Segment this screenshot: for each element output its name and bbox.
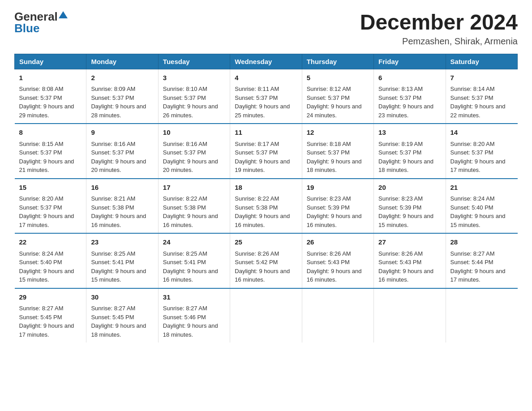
day-number: 14	[450, 128, 513, 138]
day-number: 6	[378, 73, 441, 83]
day-cell: 14Sunrise: 8:20 AMSunset: 5:37 PMDayligh…	[446, 124, 517, 179]
day-info: Sunrise: 8:23 AMSunset: 5:39 PMDaylight:…	[378, 195, 433, 228]
logo-triangle-icon	[59, 11, 68, 18]
day-cell: 6Sunrise: 8:13 AMSunset: 5:37 PMDaylight…	[374, 69, 446, 124]
day-cell: 7Sunrise: 8:14 AMSunset: 5:37 PMDaylight…	[446, 69, 517, 124]
day-info: Sunrise: 8:16 AMSunset: 5:37 PMDaylight:…	[91, 141, 146, 174]
day-number: 21	[450, 183, 513, 193]
day-cell: 28Sunrise: 8:27 AMSunset: 5:44 PMDayligh…	[446, 233, 517, 288]
day-number: 3	[163, 73, 225, 83]
day-cell: 20Sunrise: 8:23 AMSunset: 5:39 PMDayligh…	[374, 179, 446, 234]
day-number: 1	[19, 73, 82, 83]
day-info: Sunrise: 8:10 AMSunset: 5:37 PMDaylight:…	[163, 86, 218, 119]
day-cell: 13Sunrise: 8:19 AMSunset: 5:37 PMDayligh…	[374, 124, 446, 179]
day-number: 5	[307, 73, 369, 83]
day-number: 12	[307, 128, 369, 138]
day-cell: 31Sunrise: 8:27 AMSunset: 5:46 PMDayligh…	[158, 288, 230, 343]
day-number: 11	[235, 128, 297, 138]
day-number: 28	[450, 237, 513, 248]
day-cell: 22Sunrise: 8:24 AMSunset: 5:40 PMDayligh…	[15, 233, 86, 288]
day-cell: 23Sunrise: 8:25 AMSunset: 5:41 PMDayligh…	[86, 233, 158, 288]
week-row-3: 15Sunrise: 8:20 AMSunset: 5:37 PMDayligh…	[15, 179, 518, 234]
day-info: Sunrise: 8:27 AMSunset: 5:46 PMDaylight:…	[163, 305, 218, 338]
day-info: Sunrise: 8:11 AMSunset: 5:37 PMDaylight:…	[235, 86, 290, 119]
day-info: Sunrise: 8:25 AMSunset: 5:41 PMDaylight:…	[163, 250, 218, 283]
day-number: 4	[235, 73, 297, 83]
day-info: Sunrise: 8:09 AMSunset: 5:37 PMDaylight:…	[91, 86, 146, 119]
day-number: 10	[163, 128, 225, 138]
day-info: Sunrise: 8:21 AMSunset: 5:38 PMDaylight:…	[91, 195, 146, 228]
page-title: December 2024	[360, 11, 518, 34]
day-info: Sunrise: 8:22 AMSunset: 5:38 PMDaylight:…	[235, 195, 290, 228]
day-cell: 2Sunrise: 8:09 AMSunset: 5:37 PMDaylight…	[86, 69, 158, 124]
day-cell: 16Sunrise: 8:21 AMSunset: 5:38 PMDayligh…	[86, 179, 158, 234]
day-info: Sunrise: 8:12 AMSunset: 5:37 PMDaylight:…	[307, 86, 362, 119]
week-row-5: 29Sunrise: 8:27 AMSunset: 5:45 PMDayligh…	[15, 288, 518, 343]
day-number: 13	[378, 128, 441, 138]
day-number: 7	[450, 73, 513, 83]
day-cell: 3Sunrise: 8:10 AMSunset: 5:37 PMDaylight…	[158, 69, 230, 124]
day-number: 20	[378, 183, 441, 193]
day-info: Sunrise: 8:26 AMSunset: 5:42 PMDaylight:…	[235, 250, 290, 283]
day-cell: 19Sunrise: 8:23 AMSunset: 5:39 PMDayligh…	[302, 179, 373, 234]
day-number: 25	[235, 237, 297, 248]
day-cell	[374, 288, 446, 343]
col-header-tuesday: Tuesday	[158, 54, 230, 69]
day-number: 23	[91, 237, 153, 248]
day-info: Sunrise: 8:22 AMSunset: 5:38 PMDaylight:…	[163, 195, 218, 228]
day-cell: 8Sunrise: 8:15 AMSunset: 5:37 PMDaylight…	[15, 124, 86, 179]
day-number: 24	[163, 237, 225, 248]
logo: General Blue	[14, 11, 68, 34]
day-cell: 9Sunrise: 8:16 AMSunset: 5:37 PMDaylight…	[86, 124, 158, 179]
title-block: December 2024 Pemzashen, Shirak, Armenia	[360, 11, 518, 47]
day-info: Sunrise: 8:08 AMSunset: 5:37 PMDaylight:…	[19, 86, 74, 119]
day-cell: 30Sunrise: 8:27 AMSunset: 5:45 PMDayligh…	[86, 288, 158, 343]
day-cell: 15Sunrise: 8:20 AMSunset: 5:37 PMDayligh…	[15, 179, 86, 234]
day-number: 15	[19, 183, 82, 193]
calendar-table: SundayMondayTuesdayWednesdayThursdayFrid…	[14, 54, 518, 343]
day-info: Sunrise: 8:26 AMSunset: 5:43 PMDaylight:…	[378, 250, 433, 283]
day-number: 9	[91, 128, 153, 138]
day-cell: 29Sunrise: 8:27 AMSunset: 5:45 PMDayligh…	[15, 288, 86, 343]
col-header-friday: Friday	[374, 54, 446, 69]
col-header-sunday: Sunday	[15, 54, 86, 69]
day-number: 17	[163, 183, 225, 193]
day-number: 31	[163, 292, 225, 303]
col-header-monday: Monday	[86, 54, 158, 69]
day-cell: 1Sunrise: 8:08 AMSunset: 5:37 PMDaylight…	[15, 69, 86, 124]
day-number: 16	[91, 183, 153, 193]
logo-blue: Blue	[14, 22, 39, 34]
day-cell	[446, 288, 517, 343]
day-cell: 26Sunrise: 8:26 AMSunset: 5:43 PMDayligh…	[302, 233, 373, 288]
day-cell: 18Sunrise: 8:22 AMSunset: 5:38 PMDayligh…	[230, 179, 302, 234]
header: General Blue December 2024 Pemzashen, Sh…	[14, 11, 518, 47]
day-cell: 24Sunrise: 8:25 AMSunset: 5:41 PMDayligh…	[158, 233, 230, 288]
day-number: 2	[91, 73, 153, 83]
day-cell: 27Sunrise: 8:26 AMSunset: 5:43 PMDayligh…	[374, 233, 446, 288]
header-row: SundayMondayTuesdayWednesdayThursdayFrid…	[15, 54, 518, 69]
day-info: Sunrise: 8:20 AMSunset: 5:37 PMDaylight:…	[450, 141, 506, 174]
day-number: 29	[19, 292, 82, 303]
day-info: Sunrise: 8:24 AMSunset: 5:40 PMDaylight:…	[19, 250, 74, 283]
day-info: Sunrise: 8:27 AMSunset: 5:45 PMDaylight:…	[19, 305, 74, 338]
day-number: 19	[307, 183, 369, 193]
day-cell: 25Sunrise: 8:26 AMSunset: 5:42 PMDayligh…	[230, 233, 302, 288]
week-row-1: 1Sunrise: 8:08 AMSunset: 5:37 PMDaylight…	[15, 69, 518, 124]
logo-general: General	[14, 11, 58, 22]
day-cell: 11Sunrise: 8:17 AMSunset: 5:37 PMDayligh…	[230, 124, 302, 179]
col-header-saturday: Saturday	[446, 54, 517, 69]
day-info: Sunrise: 8:14 AMSunset: 5:37 PMDaylight:…	[450, 86, 506, 119]
week-row-4: 22Sunrise: 8:24 AMSunset: 5:40 PMDayligh…	[15, 233, 518, 288]
day-cell: 5Sunrise: 8:12 AMSunset: 5:37 PMDaylight…	[302, 69, 373, 124]
day-info: Sunrise: 8:27 AMSunset: 5:45 PMDaylight:…	[91, 305, 146, 338]
day-number: 18	[235, 183, 297, 193]
day-number: 30	[91, 292, 153, 303]
day-info: Sunrise: 8:17 AMSunset: 5:37 PMDaylight:…	[235, 141, 290, 174]
day-info: Sunrise: 8:25 AMSunset: 5:41 PMDaylight:…	[91, 250, 146, 283]
day-info: Sunrise: 8:24 AMSunset: 5:40 PMDaylight:…	[450, 195, 506, 228]
day-cell: 12Sunrise: 8:18 AMSunset: 5:37 PMDayligh…	[302, 124, 373, 179]
day-info: Sunrise: 8:23 AMSunset: 5:39 PMDaylight:…	[307, 195, 362, 228]
day-info: Sunrise: 8:15 AMSunset: 5:37 PMDaylight:…	[19, 141, 74, 174]
day-info: Sunrise: 8:26 AMSunset: 5:43 PMDaylight:…	[307, 250, 362, 283]
col-header-wednesday: Wednesday	[230, 54, 302, 69]
